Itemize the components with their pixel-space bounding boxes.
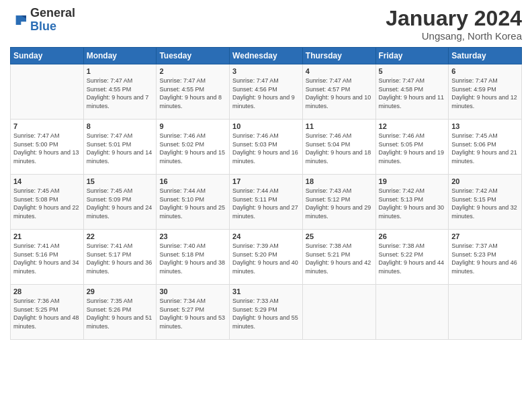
calendar-cell: 22Sunrise: 7:41 AMSunset: 5:17 PMDayligh…: [83, 230, 157, 285]
logo-text: General Blue: [30, 7, 75, 34]
day-number: 15: [87, 177, 154, 185]
calendar-cell: [11, 64, 84, 120]
cell-info: Sunrise: 7:40 AMSunset: 5:18 PMDaylight:…: [159, 242, 225, 275]
calendar-cell: 14Sunrise: 7:45 AMSunset: 5:08 PMDayligh…: [11, 175, 84, 230]
day-number: 8: [87, 122, 154, 130]
day-header-monday: Monday: [83, 48, 157, 64]
calendar-cell: 10Sunrise: 7:46 AMSunset: 5:03 PMDayligh…: [230, 120, 303, 175]
calendar-cell: 3Sunrise: 7:47 AMSunset: 4:56 PMDaylight…: [230, 64, 303, 120]
cell-info: Sunrise: 7:44 AMSunset: 5:11 PMDaylight:…: [232, 187, 298, 220]
cell-info: Sunrise: 7:36 AMSunset: 5:25 PMDaylight:…: [13, 298, 79, 330]
calendar-cell: 26Sunrise: 7:38 AMSunset: 5:22 PMDayligh…: [375, 230, 449, 285]
day-number: 5: [379, 67, 446, 75]
day-number: 17: [232, 177, 300, 185]
day-number: 21: [13, 232, 81, 240]
cell-info: Sunrise: 7:46 AMSunset: 5:02 PMDaylight:…: [159, 132, 225, 165]
day-number: 14: [13, 177, 81, 185]
day-number: 9: [159, 122, 226, 130]
calendar-cell: 2Sunrise: 7:47 AMSunset: 4:55 PMDaylight…: [157, 64, 230, 120]
day-header-tuesday: Tuesday: [157, 48, 230, 64]
calendar-cell: 19Sunrise: 7:42 AMSunset: 5:13 PMDayligh…: [375, 175, 449, 230]
calendar-cell: 29Sunrise: 7:35 AMSunset: 5:26 PMDayligh…: [83, 285, 157, 340]
calendar-cell: 21Sunrise: 7:41 AMSunset: 5:16 PMDayligh…: [11, 230, 84, 285]
day-number: 20: [451, 177, 519, 185]
week-row-1: 7Sunrise: 7:47 AMSunset: 5:00 PMDaylight…: [11, 120, 522, 175]
cell-info: Sunrise: 7:42 AMSunset: 5:15 PMDaylight:…: [451, 187, 517, 220]
cell-info: Sunrise: 7:47 AMSunset: 4:57 PMDaylight:…: [306, 77, 371, 109]
cell-info: Sunrise: 7:35 AMSunset: 5:26 PMDaylight:…: [87, 298, 152, 330]
calendar-cell: [302, 285, 375, 340]
day-header-thursday: Thursday: [302, 48, 375, 64]
calendar-cell: 28Sunrise: 7:36 AMSunset: 5:25 PMDayligh…: [11, 285, 84, 340]
day-number: 4: [306, 67, 373, 75]
day-number: 3: [232, 67, 300, 75]
cell-info: Sunrise: 7:45 AMSunset: 5:06 PMDaylight:…: [451, 132, 517, 165]
day-number: 22: [87, 232, 154, 240]
title-block: January 2024 Ungsang, North Korea: [386, 7, 522, 42]
cell-info: Sunrise: 7:47 AMSunset: 4:58 PMDaylight:…: [379, 77, 445, 109]
calendar-cell: [449, 285, 522, 340]
cell-info: Sunrise: 7:38 AMSunset: 5:22 PMDaylight:…: [379, 242, 445, 275]
day-header-sunday: Sunday: [11, 48, 84, 64]
calendar-cell: 12Sunrise: 7:46 AMSunset: 5:05 PMDayligh…: [375, 120, 449, 175]
cell-info: Sunrise: 7:39 AMSunset: 5:20 PMDaylight:…: [232, 242, 298, 275]
calendar-cell: 25Sunrise: 7:38 AMSunset: 5:21 PMDayligh…: [302, 230, 375, 285]
calendar-cell: 9Sunrise: 7:46 AMSunset: 5:02 PMDaylight…: [157, 120, 230, 175]
cell-info: Sunrise: 7:43 AMSunset: 5:12 PMDaylight:…: [306, 187, 371, 220]
cell-info: Sunrise: 7:46 AMSunset: 5:03 PMDaylight:…: [232, 132, 298, 165]
day-number: 11: [306, 122, 373, 130]
week-row-4: 28Sunrise: 7:36 AMSunset: 5:25 PMDayligh…: [11, 285, 522, 340]
week-row-0: 1Sunrise: 7:47 AMSunset: 4:55 PMDaylight…: [11, 64, 522, 120]
logo-blue-text: Blue: [30, 20, 75, 34]
day-number: 1: [87, 67, 154, 75]
calendar-cell: 11Sunrise: 7:46 AMSunset: 5:04 PMDayligh…: [302, 120, 375, 175]
day-number: 7: [13, 122, 81, 130]
cell-info: Sunrise: 7:47 AMSunset: 5:00 PMDaylight:…: [13, 132, 79, 165]
day-number: 26: [379, 232, 446, 240]
cell-info: Sunrise: 7:38 AMSunset: 5:21 PMDaylight:…: [306, 242, 371, 275]
cell-info: Sunrise: 7:46 AMSunset: 5:05 PMDaylight:…: [379, 132, 445, 165]
calendar-cell: [375, 285, 449, 340]
calendar-cell: 16Sunrise: 7:44 AMSunset: 5:10 PMDayligh…: [157, 175, 230, 230]
month-title: January 2024: [386, 7, 522, 30]
calendar-cell: 24Sunrise: 7:39 AMSunset: 5:20 PMDayligh…: [230, 230, 303, 285]
week-row-2: 14Sunrise: 7:45 AMSunset: 5:08 PMDayligh…: [11, 175, 522, 230]
calendar-cell: 5Sunrise: 7:47 AMSunset: 4:58 PMDaylight…: [375, 64, 449, 120]
day-number: 19: [379, 177, 446, 185]
calendar-cell: 17Sunrise: 7:44 AMSunset: 5:11 PMDayligh…: [230, 175, 303, 230]
cell-info: Sunrise: 7:42 AMSunset: 5:13 PMDaylight:…: [379, 187, 445, 220]
cell-info: Sunrise: 7:47 AMSunset: 5:01 PMDaylight:…: [87, 132, 152, 165]
calendar-cell: 15Sunrise: 7:45 AMSunset: 5:09 PMDayligh…: [83, 175, 157, 230]
day-number: 31: [232, 287, 300, 295]
logo: General Blue: [10, 7, 75, 34]
calendar-cell: 8Sunrise: 7:47 AMSunset: 5:01 PMDaylight…: [83, 120, 157, 175]
day-number: 28: [13, 287, 81, 295]
day-number: 25: [306, 232, 373, 240]
logo-general-text: General: [30, 7, 75, 20]
day-number: 23: [159, 232, 226, 240]
cell-info: Sunrise: 7:33 AMSunset: 5:29 PMDaylight:…: [232, 298, 298, 330]
cell-info: Sunrise: 7:45 AMSunset: 5:09 PMDaylight:…: [87, 187, 152, 220]
day-number: 12: [379, 122, 446, 130]
cell-info: Sunrise: 7:47 AMSunset: 4:56 PMDaylight:…: [232, 77, 295, 109]
calendar-cell: 30Sunrise: 7:34 AMSunset: 5:27 PMDayligh…: [157, 285, 230, 340]
cell-info: Sunrise: 7:44 AMSunset: 5:10 PMDaylight:…: [159, 187, 225, 220]
week-row-3: 21Sunrise: 7:41 AMSunset: 5:16 PMDayligh…: [11, 230, 522, 285]
day-header-saturday: Saturday: [449, 48, 522, 64]
header: General Blue January 2024 Ungsang, North…: [10, 7, 522, 42]
calendar-cell: 4Sunrise: 7:47 AMSunset: 4:57 PMDaylight…: [302, 64, 375, 120]
day-number: 18: [306, 177, 373, 185]
cell-info: Sunrise: 7:41 AMSunset: 5:17 PMDaylight:…: [87, 242, 152, 275]
calendar-cell: 1Sunrise: 7:47 AMSunset: 4:55 PMDaylight…: [83, 64, 157, 120]
calendar-cell: 23Sunrise: 7:40 AMSunset: 5:18 PMDayligh…: [157, 230, 230, 285]
header-row: SundayMondayTuesdayWednesdayThursdayFrid…: [11, 48, 522, 64]
day-number: 6: [451, 67, 519, 75]
location: Ungsang, North Korea: [386, 30, 522, 42]
day-number: 27: [451, 232, 519, 240]
calendar-cell: 13Sunrise: 7:45 AMSunset: 5:06 PMDayligh…: [449, 120, 522, 175]
cell-info: Sunrise: 7:47 AMSunset: 4:55 PMDaylight:…: [159, 77, 222, 109]
calendar-cell: 27Sunrise: 7:37 AMSunset: 5:23 PMDayligh…: [449, 230, 522, 285]
day-number: 30: [159, 287, 226, 295]
cell-info: Sunrise: 7:41 AMSunset: 5:16 PMDaylight:…: [13, 242, 79, 275]
day-number: 29: [87, 287, 154, 295]
